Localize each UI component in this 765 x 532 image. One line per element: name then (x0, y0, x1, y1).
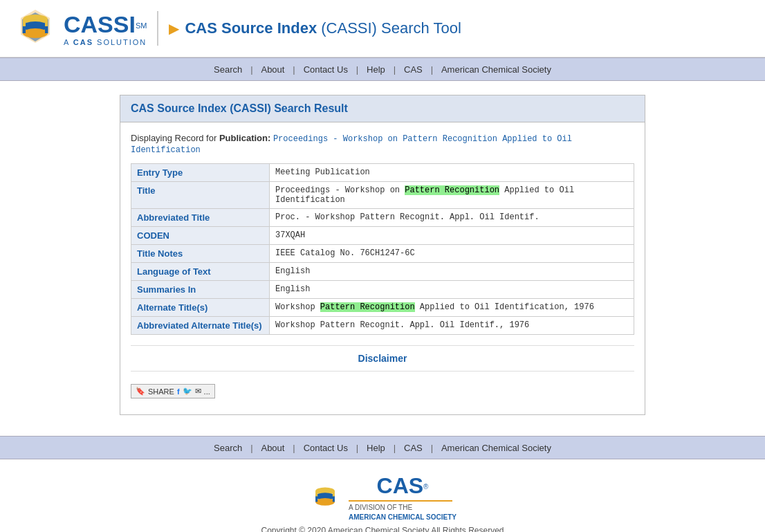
svg-rect-5 (23, 19, 26, 26)
field-abbr-title: Abbreviated Title (131, 209, 270, 227)
svg-rect-14 (315, 496, 317, 502)
footer-nav-about[interactable]: About (255, 443, 290, 453)
field-language: Language of Text (131, 263, 270, 281)
cassi-brand: CASSISM A CAS SOLUTION (64, 11, 147, 46)
tool-title-area: ▶ CAS Source Index (CASSI) Search Tool (169, 19, 461, 37)
field-abbr-alt-title: Abbreviated Alternate Title(s) (131, 317, 270, 335)
table-row: Title Notes IEEE Catalog No. 76CH1247-6C (131, 245, 634, 263)
publication-label: Publication: (219, 133, 270, 143)
footer-logo-area: CAS® A DIVISION OF THE AMERICAN CHEMICAL… (0, 459, 765, 532)
cassi-name: CASSISM (64, 11, 147, 38)
result-title-bar: CAS Source Index (CASSI) Search Result (120, 95, 645, 122)
share-label: SHARE (148, 387, 174, 396)
footer-cas-sub: A DIVISION OF THE AMERICAN CHEMICAL SOCI… (349, 503, 457, 522)
table-row: Abbreviated Alternate Title(s) Workshop … (131, 317, 634, 335)
data-table: Entry Type Meeting Publication Title Pro… (131, 163, 634, 335)
cassi-sm: SM (136, 21, 147, 30)
disclaimer-link[interactable]: Disclaimer (358, 353, 407, 364)
nav-sep-1: | (250, 64, 252, 75)
share-section: 🔖 SHARE f 🐦 ✉ ... (131, 378, 634, 404)
value-alt-title: Workshop Pattern Recognition Applied to … (270, 299, 634, 317)
displaying-record: Displaying Record for Publication: Proce… (131, 133, 634, 155)
nav-help-link[interactable]: Help (361, 64, 391, 75)
top-nav: Search | About | Contact Us | Help | CAS… (0, 57, 765, 81)
table-row: Summaries In English (131, 281, 634, 299)
value-summaries: English (270, 281, 634, 299)
table-row: CODEN 37XQAH (131, 227, 634, 245)
field-title-notes: Title Notes (131, 245, 270, 263)
nav-search-link[interactable]: Search (208, 64, 248, 75)
tool-title: CAS Source Index (CASSI) Search Tool (185, 19, 461, 37)
table-row: Alternate Title(s) Workshop Pattern Reco… (131, 299, 634, 317)
field-coden: CODEN (131, 227, 270, 245)
table-row: Abbreviated Title Proc. - Workshop Patte… (131, 209, 634, 227)
disclaimer-section: Disclaimer (131, 345, 634, 372)
result-content: Displaying Record for Publication: Proce… (120, 122, 645, 414)
footer-nav-acs[interactable]: American Chemical Society (436, 443, 557, 453)
footer-sep-5: | (431, 443, 433, 453)
footer-nav-contact[interactable]: Contact Us (298, 443, 353, 453)
nav-cas-link[interactable]: CAS (398, 64, 428, 75)
cas-solution-label: A CAS SOLUTION (64, 38, 147, 46)
value-coden: 37XQAH (270, 227, 634, 245)
nav-sep-2: | (293, 64, 295, 75)
footer-copyright: Copyright © 2020 American Chemical Socie… (0, 526, 765, 532)
displaying-label: Displaying Record for (131, 133, 219, 143)
value-entry-type: Meeting Publication (270, 164, 634, 182)
logo-area: CASSISM A CAS SOLUTION (14, 7, 147, 50)
svg-rect-7 (23, 26, 26, 33)
value-title-notes: IEEE Catalog No. 76CH1247-6C (270, 245, 634, 263)
svg-rect-15 (333, 496, 335, 502)
more-icon: ... (204, 387, 210, 396)
footer-cas-line (349, 500, 452, 502)
value-title: Proceedings - Workshop on Pattern Recogn… (270, 182, 634, 209)
result-section-title: CAS Source Index (CASSI) Search Result (131, 102, 634, 115)
share-button[interactable]: 🔖 SHARE f 🐦 ✉ ... (131, 384, 215, 398)
cassi-logo-icon (14, 7, 57, 50)
email-icon: ✉ (195, 387, 201, 396)
result-box: CAS Source Index (CASSI) Search Result D… (120, 95, 645, 415)
footer-cas-sm: ® (423, 483, 428, 490)
svg-point-4 (23, 28, 48, 38)
value-language: English (270, 263, 634, 281)
field-entry-type: Entry Type (131, 164, 270, 182)
field-title: Title (131, 182, 270, 209)
highlight-pattern-recognition-2: Pattern Recognition (320, 302, 415, 312)
footer-cas-name: CAS® (349, 473, 457, 499)
footer-acs-text: AMERICAN CHEMICAL SOCIETY (349, 513, 457, 521)
table-row: Title Proceedings - Workshop on Pattern … (131, 182, 634, 209)
value-abbr-title: Proc. - Workshop Pattern Recognit. Appl.… (270, 209, 634, 227)
nav-sep-3: | (356, 64, 358, 75)
nav-sep-5: | (431, 64, 433, 75)
field-summaries: Summaries In (131, 281, 270, 299)
table-row: Entry Type Meeting Publication (131, 164, 634, 182)
share-icon: 🔖 (136, 387, 145, 396)
svg-rect-8 (45, 26, 48, 33)
nav-acs-link[interactable]: American Chemical Society (436, 64, 557, 75)
twitter-icon: 🐦 (183, 387, 192, 396)
nav-about-link[interactable]: About (255, 64, 290, 75)
footer-nav-search[interactable]: Search (208, 443, 248, 453)
play-icon: ▶ (169, 20, 179, 37)
cassi-text: CASSI (64, 11, 136, 37)
footer-sep-4: | (394, 443, 396, 453)
footer-cas-icon (308, 481, 342, 515)
svg-rect-6 (45, 19, 48, 26)
footer-nav-cas[interactable]: CAS (398, 443, 428, 453)
header-divider (157, 11, 158, 46)
svg-point-11 (315, 498, 335, 506)
footer-sep-1: | (250, 443, 252, 453)
svg-rect-13 (333, 490, 335, 496)
footer-cas-text: CAS (377, 473, 424, 498)
footer-cas-logo: CAS® A DIVISION OF THE AMERICAN CHEMICAL… (0, 473, 765, 522)
footer-cas-sub-line2: AMERICAN CHEMICAL SOCIETY (349, 513, 457, 522)
table-row: Language of Text English (131, 263, 634, 281)
highlight-pattern-recognition-1: Pattern Recognition (405, 185, 499, 195)
footer-sep-3: | (356, 443, 358, 453)
footer-nav: Search | About | Contact Us | Help | CAS… (0, 436, 765, 459)
nav-contact-link[interactable]: Contact Us (298, 64, 353, 75)
footer-sep-2: | (293, 443, 295, 453)
main-content: CAS Source Index (CASSI) Search Result D… (113, 95, 652, 415)
footer-nav-help[interactable]: Help (361, 443, 391, 453)
value-abbr-alt-title: Workshop Pattern Recognit. Appl. Oil Ide… (270, 317, 634, 335)
